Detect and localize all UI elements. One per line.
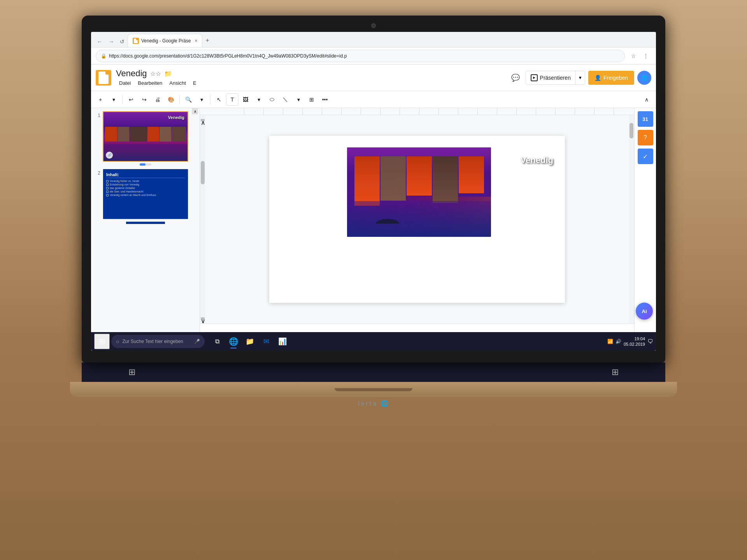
slide-title-text[interactable]: Venedig — [521, 155, 553, 165]
image-tool[interactable]: 🖼 — [239, 93, 252, 106]
folder-icon[interactable]: 📁 — [164, 70, 172, 77]
refresh-button[interactable]: ↺ — [117, 36, 128, 47]
zoom-dropdown[interactable]: ▾ — [195, 93, 208, 106]
slides-panel: ∧ 1 — [91, 108, 200, 351]
undo-button[interactable]: ↩ — [125, 93, 137, 106]
present-play-icon — [531, 74, 538, 81]
insert-button[interactable]: + — [94, 93, 107, 106]
redo-button[interactable]: ↪ — [138, 93, 151, 106]
slides-main: ∧ 1 — [91, 108, 656, 351]
nav-icons-right: ☆ ⋮ — [628, 51, 651, 61]
paint-format-button[interactable]: 🎨 — [165, 93, 177, 106]
scroll-down-arrow[interactable]: ∨ — [201, 317, 205, 320]
right-scroll-track — [629, 115, 634, 324]
slide-venice-image[interactable] — [347, 147, 491, 237]
print-button[interactable]: 🖨 — [151, 93, 164, 106]
slide-2-item-3: das goldene Zeitalter — [106, 187, 185, 189]
slide-1-container: 1 — [94, 111, 196, 166]
tab-favicon — [133, 38, 139, 44]
slides-title-area: Venedig ☆ 📁 Datei Bearbeiten Ansicht E — [116, 68, 504, 87]
building-2 — [381, 156, 406, 201]
slide-2-item-1: Venedig früher vs. heute — [106, 180, 185, 182]
insert-dropdown[interactable]: ▾ — [107, 93, 120, 106]
browser-tab-active[interactable]: Venedig - Google Präse × — [128, 34, 202, 47]
zoom-button[interactable]: 🔍 — [182, 93, 195, 106]
forward-button[interactable]: → — [106, 36, 117, 47]
slides-view-icon[interactable]: ⊞ — [128, 367, 135, 377]
tray-icon-volume: 🔊 — [615, 339, 621, 344]
search-icon: ○ — [116, 338, 119, 345]
slide-1-number: 1 — [94, 111, 100, 118]
water — [347, 201, 491, 237]
start-button[interactable]: ⊞ — [94, 334, 110, 349]
extra-options[interactable]: ••• — [319, 93, 331, 106]
user-avatar[interactable]: 🌐 — [637, 71, 651, 85]
image-dropdown[interactable]: ▾ — [253, 93, 265, 106]
ai-label: Ai — [642, 308, 647, 314]
taskbar-search[interactable]: ○ Zur Suche Text hier eingeben 🎤 — [111, 335, 205, 348]
tab-close-button[interactable]: × — [195, 38, 197, 44]
line-tool[interactable]: ＼ — [279, 93, 291, 106]
browser-nav: 🔒 https://docs.google.com/presentation/d… — [91, 47, 656, 65]
more-tool[interactable]: ⊞ — [305, 93, 318, 106]
slide-canvas[interactable]: Venedig — [269, 136, 565, 303]
slides-header: Venedig ☆ 📁 Datei Bearbeiten Ansicht E 💬 — [91, 65, 656, 91]
screen-bezel: ← → ↺ Venedig - Google Präse × + — [82, 16, 665, 362]
slide-1-scroll — [140, 163, 151, 166]
slide-1-thumbnail[interactable]: Venedig 🔗 — [103, 111, 188, 162]
building-3 — [407, 156, 432, 196]
buildings — [354, 156, 484, 206]
panel-scroll-up[interactable]: ∧ — [192, 108, 198, 114]
bottom-left-icons: ⊞ — [128, 367, 135, 377]
task-view-button[interactable]: ⧉ — [209, 334, 225, 349]
menu-einfuegen[interactable]: E — [190, 79, 200, 87]
slide-2-content: Inhalt: Venedig früher vs. heute Entsteh… — [103, 169, 188, 200]
browser-menu[interactable]: ⋮ — [640, 51, 651, 61]
new-tab-button[interactable]: + — [202, 34, 212, 47]
scroll-up-arrow[interactable]: ∧ — [201, 119, 205, 121]
present-dropdown-button[interactable]: ▾ — [575, 71, 585, 84]
taskbar-chrome[interactable]: 🌐 — [226, 334, 241, 349]
building-4 — [433, 156, 458, 203]
bookmark-button[interactable]: ☆ — [628, 51, 639, 61]
back-button[interactable]: ← — [94, 36, 105, 47]
taskbar-outlook[interactable]: 📊 — [275, 334, 290, 349]
ai-magic-button[interactable]: Ai — [636, 303, 653, 320]
notification-icon[interactable]: 🗨 — [647, 338, 653, 345]
comment-button[interactable]: 💬 — [509, 71, 523, 85]
freigeben-button[interactable]: 👤 Freigeben — [588, 71, 634, 85]
building-1 — [354, 156, 380, 206]
taskbar-clock[interactable]: 19:04 05.02.2019 — [624, 336, 645, 347]
cursor-tool[interactable]: ↖ — [213, 93, 225, 106]
calendar-icon[interactable]: 31 — [638, 111, 653, 127]
windows-icon: ⊞ — [99, 337, 105, 346]
url-text: https://docs.google.com/presentation/d/1… — [109, 53, 347, 59]
menu-ansicht[interactable]: Ansicht — [166, 79, 189, 87]
taskbar: ⊞ ○ Zur Suche Text hier eingeben 🎤 ⧉ 🌐 📁… — [91, 332, 656, 351]
explore-icon[interactable]: ? — [638, 130, 653, 145]
present-button[interactable]: Präsentieren — [526, 71, 575, 84]
tasks-icon[interactable]: ✓ — [638, 149, 653, 164]
favorite-icon[interactable]: ☆ — [150, 70, 161, 77]
taskbar-mail[interactable]: ✉ — [258, 334, 274, 349]
presentation-title[interactable]: Venedig — [116, 68, 147, 79]
scroll-thumb[interactable] — [201, 161, 205, 184]
slides-logo-inner — [98, 72, 109, 84]
menu-bearbeiten[interactable]: Bearbeiten — [135, 79, 165, 87]
grid-view-icon[interactable]: ⊞ — [612, 367, 619, 377]
slides-menu: Datei Bearbeiten Ansicht E — [116, 79, 504, 87]
shape-tool[interactable]: ⬭ — [266, 93, 278, 106]
slide-2-thumbnail[interactable]: Inhalt: Venedig früher vs. heute Entsteh… — [103, 169, 188, 219]
slide-1-link-icon: 🔗 — [106, 152, 113, 159]
collapse-toolbar[interactable]: ∧ — [640, 93, 653, 106]
mic-icon: 🎤 — [194, 339, 200, 344]
freigeben-icon: 👤 — [594, 75, 601, 81]
right-scroll-thumb[interactable] — [630, 123, 633, 138]
slide-2-item-5: Venedig verliert an Macht und Einfluss — [106, 194, 185, 196]
address-bar[interactable]: 🔒 https://docs.google.com/presentation/d… — [96, 50, 625, 62]
taskbar-explorer[interactable]: 📁 — [242, 334, 258, 349]
clock-time: 19:04 — [624, 336, 645, 341]
menu-datei[interactable]: Datei — [116, 79, 134, 87]
text-tool[interactable]: T — [226, 93, 238, 106]
line-dropdown[interactable]: ▾ — [292, 93, 305, 106]
